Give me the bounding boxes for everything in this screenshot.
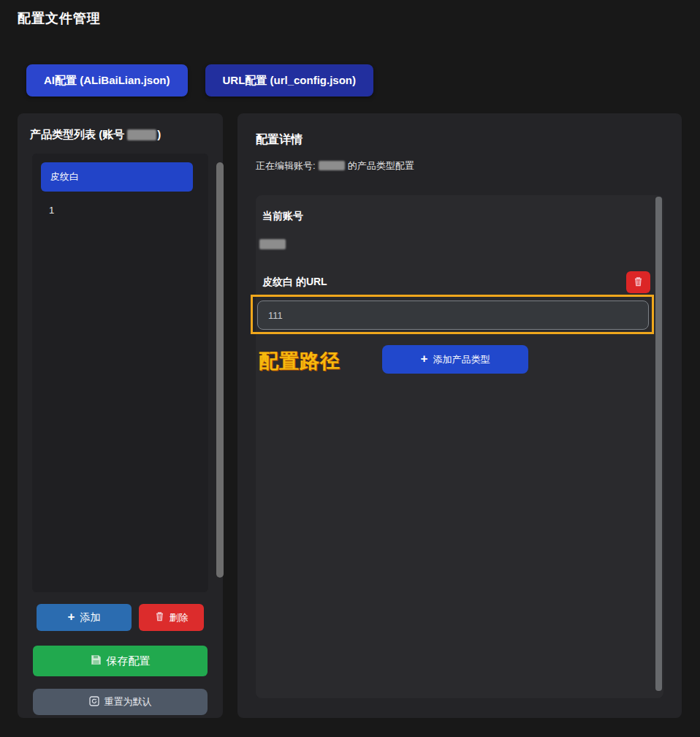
trash-icon [634,276,643,289]
editing-suffix: 的产品类型配置 [348,160,414,171]
editing-account-line: 正在编辑账号:的产品类型配置 [256,159,414,173]
save-config-button[interactable]: 保存配置 [33,646,208,676]
editing-prefix: 正在编辑账号: [256,160,316,171]
list-item-label: 1 [49,205,54,216]
config-manager-screen: 配置文件管理 AI配置 (ALiBaiLian.json) URL配置 (url… [0,0,700,737]
product-type-list: 皮纹白 1 [32,154,208,592]
current-account-value [259,237,286,247]
list-scrollbar-thumb[interactable] [216,162,224,578]
save-icon [91,654,102,668]
delete-url-button[interactable] [626,271,650,293]
delete-product-type-button[interactable]: 删除 [139,604,204,631]
list-item-label: 皮纹白 [50,170,79,184]
plus-icon: + [68,611,75,623]
delete-button-label: 删除 [170,611,189,624]
add-product-label: 添加产品类型 [433,353,490,366]
product-type-panel: 产品类型列表 (账号) 皮纹白 1 + 添加 删除 保存配置 [18,113,223,718]
redacted-account-blur [319,161,345,170]
add-product-type-detail-button[interactable]: + 添加产品类型 [382,345,528,374]
redacted-account-blur [127,129,156,140]
tab-ai-config[interactable]: AI配置 (ALiBaiLian.json) [26,64,188,97]
reset-button-label: 重置为默认 [104,695,152,708]
list-item-selected[interactable]: 皮纹白 [41,162,193,192]
plus-icon: + [421,352,428,365]
list-title-suffix: ) [157,128,161,140]
reset-icon [89,696,99,708]
url-field-label: 皮纹白 的URL [262,276,327,289]
save-button-label: 保存配置 [107,654,151,668]
config-tab-row: AI配置 (ALiBaiLian.json) URL配置 (url_config… [26,64,373,97]
product-type-list-title: 产品类型列表 (账号) [30,128,161,142]
list-item[interactable]: 1 [41,199,193,221]
detail-title: 配置详情 [256,132,303,148]
add-button-label: 添加 [80,611,100,624]
reset-default-button[interactable]: 重置为默认 [33,689,208,715]
url-input[interactable] [257,301,649,330]
page-title: 配置文件管理 [18,10,101,27]
trash-icon [155,611,164,624]
list-title-prefix: 产品类型列表 (账号 [30,128,124,140]
annotation-label: 配置路径 [259,348,341,374]
add-product-type-button[interactable]: + 添加 [37,604,132,631]
config-detail-panel: 配置详情 正在编辑账号:的产品类型配置 当前账号 皮纹白 的URL 配置路径 +… [237,113,682,718]
card-scrollbar-thumb[interactable] [655,197,662,691]
current-account-label: 当前账号 [262,210,303,223]
redacted-account-blur [259,239,286,249]
tab-url-config[interactable]: URL配置 (url_config.json) [205,64,374,97]
detail-card: 当前账号 皮纹白 的URL 配置路径 + 添加产品类型 [256,195,663,698]
